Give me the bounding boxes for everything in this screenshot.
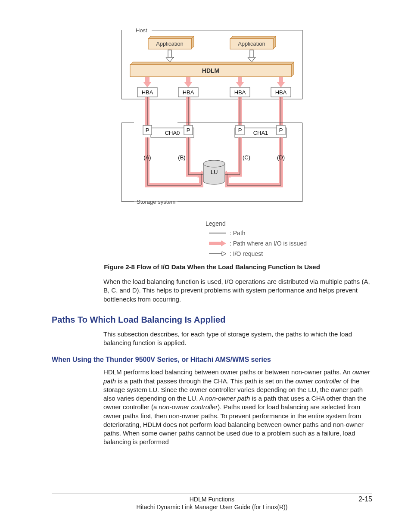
svg-text:LU: LU bbox=[211, 169, 218, 175]
legend-title: Legend bbox=[206, 220, 309, 227]
svg-marker-12 bbox=[130, 62, 294, 65]
footer-line-2: Hitachi Dynamic Link Manager User Guide … bbox=[52, 504, 372, 510]
page-footer: 2-15 HDLM Functions Hitachi Dynamic Link… bbox=[52, 494, 372, 510]
arrow-app1-down bbox=[166, 50, 174, 62]
path-label-b: (B) bbox=[178, 154, 185, 161]
hba-boxes: HBA HBA HBA HBA bbox=[137, 87, 291, 97]
legend-io-text: : I/O request bbox=[230, 250, 263, 257]
hdlm-bar: HDLM bbox=[130, 62, 294, 77]
intro-paragraph: When the load balancing function is used… bbox=[52, 277, 372, 304]
svg-text:Application: Application bbox=[238, 40, 265, 47]
arrow-app2-down bbox=[248, 50, 255, 62]
svg-marker-21 bbox=[236, 82, 244, 87]
app-box-2: Application bbox=[230, 36, 276, 49]
legend-path-icon bbox=[206, 231, 230, 235]
svg-text:HBA: HBA bbox=[183, 89, 194, 96]
svg-marker-0 bbox=[148, 36, 194, 39]
legend-path-text: : Path bbox=[230, 230, 246, 236]
legend-issued-icon bbox=[206, 240, 230, 246]
cha-row: CHA0 CHA1 P P P P bbox=[143, 125, 286, 137]
svg-marker-23 bbox=[277, 82, 285, 87]
svg-rect-61 bbox=[209, 242, 221, 245]
svg-marker-64 bbox=[222, 252, 226, 256]
path-label-d: (D) bbox=[277, 154, 285, 161]
lu-cylinder: LU bbox=[203, 160, 225, 184]
svg-text:HBA: HBA bbox=[275, 89, 287, 96]
svg-rect-8 bbox=[168, 50, 171, 57]
svg-marker-19 bbox=[184, 82, 192, 87]
legend-io-icon bbox=[206, 251, 230, 257]
path-label-c: (C) bbox=[243, 154, 250, 161]
page-number: 2-15 bbox=[358, 495, 372, 503]
svg-marker-1 bbox=[191, 36, 194, 49]
diagram-legend: Legend : Path : Path where an I/O is iss… bbox=[206, 220, 309, 259]
svg-marker-5 bbox=[273, 36, 276, 49]
storage-label: Storage system bbox=[137, 199, 175, 205]
svg-text:P: P bbox=[238, 127, 242, 134]
host-label: Host bbox=[136, 27, 147, 34]
svg-marker-9 bbox=[166, 57, 174, 62]
hba-to-p-paths bbox=[147, 97, 281, 128]
app-box-1: Application bbox=[148, 36, 194, 49]
svg-text:HBA: HBA bbox=[234, 89, 246, 96]
svg-text:CHA1: CHA1 bbox=[253, 130, 268, 136]
figure-caption: Figure 2-8 Flow of I/O Data When the Loa… bbox=[52, 263, 372, 271]
io-flow-diagram: Host Application Application bbox=[115, 26, 309, 259]
pink-arrows-hdlm-hba bbox=[143, 77, 285, 87]
figure-area: Host Application Application bbox=[52, 26, 372, 259]
svg-text:HDLM: HDLM bbox=[202, 67, 219, 74]
svg-text:P: P bbox=[279, 127, 283, 134]
legend-issued-text: : Path where an I/O is issued bbox=[230, 240, 307, 247]
svg-text:CHA0: CHA0 bbox=[165, 130, 180, 136]
svg-marker-62 bbox=[221, 240, 226, 246]
subsection-heading: When Using the Thunder 9500V Series, or … bbox=[52, 356, 372, 364]
svg-text:P: P bbox=[146, 127, 149, 134]
svg-marker-17 bbox=[143, 82, 151, 87]
svg-marker-4 bbox=[230, 36, 276, 39]
subsection-paragraph: HDLM performs load balancing between own… bbox=[52, 368, 372, 446]
svg-marker-13 bbox=[291, 62, 294, 77]
svg-text:HBA: HBA bbox=[142, 89, 153, 96]
svg-text:Application: Application bbox=[156, 40, 184, 47]
svg-point-58 bbox=[203, 160, 225, 167]
footer-line-1: HDLM Functions bbox=[52, 496, 372, 503]
svg-rect-10 bbox=[250, 50, 253, 57]
section-intro-paragraph: This subsection describes, for each type… bbox=[52, 330, 372, 348]
section-heading: Paths To Which Load Balancing Is Applied bbox=[52, 315, 372, 325]
path-label-a: (A) bbox=[143, 154, 151, 161]
svg-text:P: P bbox=[187, 127, 190, 134]
svg-marker-11 bbox=[248, 57, 255, 62]
